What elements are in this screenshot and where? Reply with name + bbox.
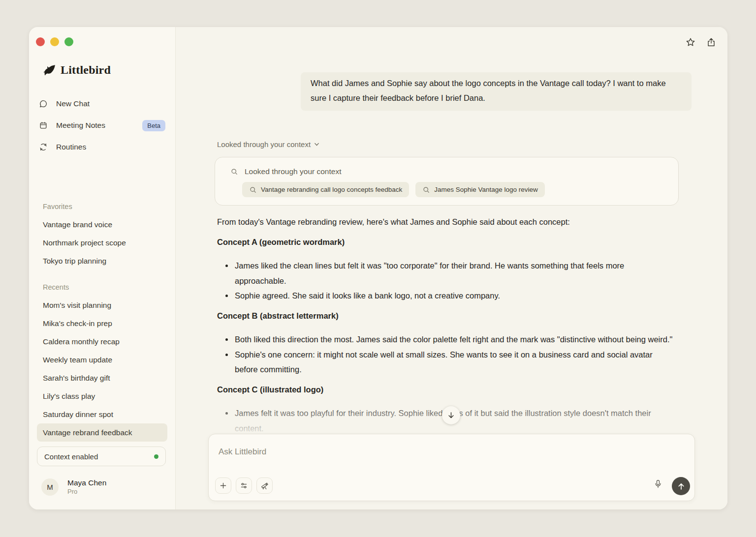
sidebar-item-tokyo-trip-planning[interactable]: Tokyo trip planning xyxy=(37,252,167,270)
favorites-header: Favorites xyxy=(37,197,167,215)
context-search-label: Looked through your context xyxy=(245,167,341,176)
sidebar-item-vantage-brand-voice[interactable]: Vantage brand voice xyxy=(37,215,167,234)
sidebar-item-vantage-rebrand-feedback[interactable]: Vantage rebrand feedback xyxy=(37,423,167,442)
search-chip-label: Vantage rebranding call logo concepts fe… xyxy=(261,186,402,193)
sidebar-item-weekly-team-update[interactable]: Weekly team update xyxy=(37,351,167,369)
microphone-icon xyxy=(653,479,663,489)
context-disclosure[interactable]: Looked through your context xyxy=(217,140,320,149)
research-telescope-button[interactable] xyxy=(256,477,273,494)
search-chip[interactable]: Vantage rebranding call logo concepts fe… xyxy=(242,182,409,197)
app-title: Littlebird xyxy=(61,63,111,77)
profile-plan: Pro xyxy=(67,488,106,496)
favorite-star-button[interactable] xyxy=(685,37,697,49)
favorites-section: Favorites Vantage brand voice Northmark … xyxy=(37,197,167,270)
search-chip-row: Vantage rebranding call logo concepts fe… xyxy=(215,176,678,197)
hummingbird-icon xyxy=(43,64,56,77)
sidebar-item-northmark-project-scope[interactable]: Northmark project scope xyxy=(37,234,167,252)
concept-b-heading: Concept B (abstract lettermark) xyxy=(217,308,677,324)
sidebar-item-caldera-monthly-recap[interactable]: Caldera monthly recap xyxy=(37,332,167,351)
sidebar-item-mikas-check-in-prep[interactable]: Mika's check-in prep xyxy=(37,314,167,332)
composer xyxy=(208,434,695,501)
sidebar-item-saturday-dinner-spot[interactable]: Saturday dinner spot xyxy=(37,405,167,423)
attach-button[interactable] xyxy=(215,477,231,494)
nav-label: Meeting Notes xyxy=(56,121,105,130)
bullet-item: Sophie agreed. She said it looks like a … xyxy=(234,288,677,303)
answer-intro: From today's Vantage rebranding review, … xyxy=(217,214,677,230)
recents-section: Recents Mom's visit planning Mika's chec… xyxy=(37,278,167,442)
star-icon xyxy=(685,37,696,48)
bullet-item: James liked the clean lines but felt it … xyxy=(234,258,677,288)
context-enabled-label: Context enabled xyxy=(44,452,98,461)
sidebar-item-moms-visit-planning[interactable]: Mom's visit planning xyxy=(37,296,167,314)
context-disclosure-label: Looked through your context xyxy=(217,140,311,149)
sidebar-item-new-chat[interactable]: New Chat xyxy=(37,93,167,115)
share-icon xyxy=(706,37,717,48)
close-window-button[interactable] xyxy=(36,37,45,46)
zoom-window-button[interactable] xyxy=(64,37,73,46)
sidebar-nav: New Chat Meeting Notes Beta Routines xyxy=(37,93,167,158)
sidebar-item-meeting-notes[interactable]: Meeting Notes Beta xyxy=(37,115,167,136)
message-input[interactable] xyxy=(218,446,675,470)
send-button[interactable] xyxy=(672,477,690,495)
concept-a-list: James liked the clean lines but felt it … xyxy=(217,258,677,303)
refresh-icon xyxy=(39,143,48,151)
conversation-actions xyxy=(685,37,718,49)
chat-bubble-icon xyxy=(39,99,48,108)
sidebar-item-sarahs-birthday-gift[interactable]: Sarah's birthday gift xyxy=(37,369,167,387)
user-profile[interactable]: M Maya Chen Pro xyxy=(41,478,106,496)
bullet-item: Both liked this direction the most. Jame… xyxy=(234,332,677,347)
recents-header: Recents xyxy=(37,278,167,296)
dictation-button[interactable] xyxy=(653,479,664,490)
context-status-dot xyxy=(154,454,158,459)
scroll-to-bottom-button[interactable] xyxy=(442,406,460,424)
arrow-down-icon xyxy=(447,411,455,419)
search-icon xyxy=(422,186,430,194)
context-search-card: Looked through your context Vantage rebr… xyxy=(215,157,679,206)
context-enabled-toggle[interactable]: Context enabled xyxy=(37,447,166,466)
search-icon xyxy=(249,186,257,194)
concept-c-heading: Concept C (illustrated logo) xyxy=(217,382,677,397)
sidebar-item-lilys-class-play[interactable]: Lily's class play xyxy=(37,387,167,405)
search-chip-label: James Sophie Vantage logo review xyxy=(434,186,538,193)
calendar-icon xyxy=(39,121,48,130)
context-search-row: Looked through your context xyxy=(215,157,678,176)
sidebar: Littlebird New Chat Meeting Notes Beta xyxy=(29,27,176,509)
window-controls xyxy=(36,37,73,46)
composer-tools xyxy=(215,477,273,494)
profile-name: Maya Chen xyxy=(67,478,106,488)
sidebar-item-routines[interactable]: Routines xyxy=(37,136,167,158)
telescope-icon xyxy=(260,481,269,490)
concept-a-heading: Concept A (geometric wordmark) xyxy=(217,235,677,250)
settings-sliders-button[interactable] xyxy=(236,477,252,494)
share-button[interactable] xyxy=(706,37,718,49)
plus-icon xyxy=(219,481,227,490)
chat-main: What did James and Sophie say about the … xyxy=(176,27,727,509)
avatar: M xyxy=(41,478,59,496)
nav-label: New Chat xyxy=(56,99,90,108)
sliders-icon xyxy=(240,481,248,490)
search-chip[interactable]: James Sophie Vantage logo review xyxy=(415,182,545,197)
concept-b-list: Both liked this direction the most. Jame… xyxy=(217,332,677,377)
chevron-down-icon xyxy=(314,141,320,148)
minimize-window-button[interactable] xyxy=(50,37,59,46)
search-icon xyxy=(230,168,238,176)
nav-label: Routines xyxy=(56,143,86,151)
user-message: What did James and Sophie say about the … xyxy=(301,72,692,111)
app-window: Littlebird New Chat Meeting Notes Beta xyxy=(29,27,727,509)
beta-badge: Beta xyxy=(142,120,165,131)
app-logo: Littlebird xyxy=(43,63,111,77)
arrow-up-icon xyxy=(677,482,686,491)
bullet-item: Sophie's one concern: it might not scale… xyxy=(234,347,677,377)
